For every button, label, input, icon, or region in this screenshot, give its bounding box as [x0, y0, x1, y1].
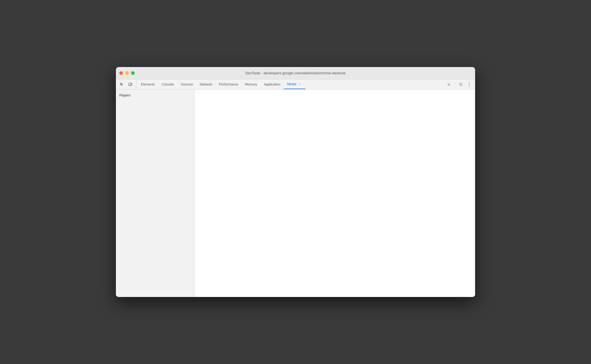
traffic-lights: [119, 71, 135, 75]
sidebar: Players: [116, 89, 194, 297]
svg-point-3: [460, 84, 461, 85]
tab-elements[interactable]: Elements: [138, 79, 158, 89]
svg-rect-1: [130, 83, 132, 85]
tab-memory[interactable]: Memory: [242, 79, 260, 89]
maximize-button[interactable]: [131, 71, 135, 75]
main-area: Players: [116, 89, 475, 297]
inspect-element-button[interactable]: [118, 81, 125, 88]
tab-media[interactable]: Media ×: [284, 79, 305, 89]
window-title: DevTools - developers.google.com/web/too…: [245, 71, 346, 75]
minimize-button[interactable]: [125, 71, 129, 75]
more-tabs-button[interactable]: »: [445, 81, 452, 88]
devtools-content: Elements Console Sources Network Perform…: [116, 79, 475, 297]
device-toolbar-button[interactable]: [127, 81, 134, 88]
more-options-button[interactable]: [466, 81, 473, 88]
toolbar-icons: [118, 79, 136, 89]
tab-console[interactable]: Console: [158, 79, 177, 89]
svg-point-5: [469, 84, 469, 84]
tab-application[interactable]: Application: [260, 79, 284, 89]
tab-network[interactable]: Network: [196, 79, 216, 89]
tab-sources[interactable]: Sources: [177, 79, 196, 89]
tab-performance[interactable]: Performance: [216, 79, 242, 89]
tab-bar: Elements Console Sources Network Perform…: [116, 79, 475, 89]
devtools-window: DevTools - developers.google.com/web/too…: [116, 67, 475, 297]
settings-button[interactable]: [457, 81, 464, 88]
players-header: Players: [116, 92, 194, 99]
close-button[interactable]: [119, 71, 123, 75]
tab-media-close[interactable]: ×: [298, 82, 302, 86]
content-panel: [194, 89, 475, 297]
svg-point-4: [469, 82, 469, 83]
tab-bar-end: »: [445, 79, 475, 89]
svg-point-6: [469, 85, 469, 86]
titlebar: DevTools - developers.google.com/web/too…: [116, 67, 475, 79]
